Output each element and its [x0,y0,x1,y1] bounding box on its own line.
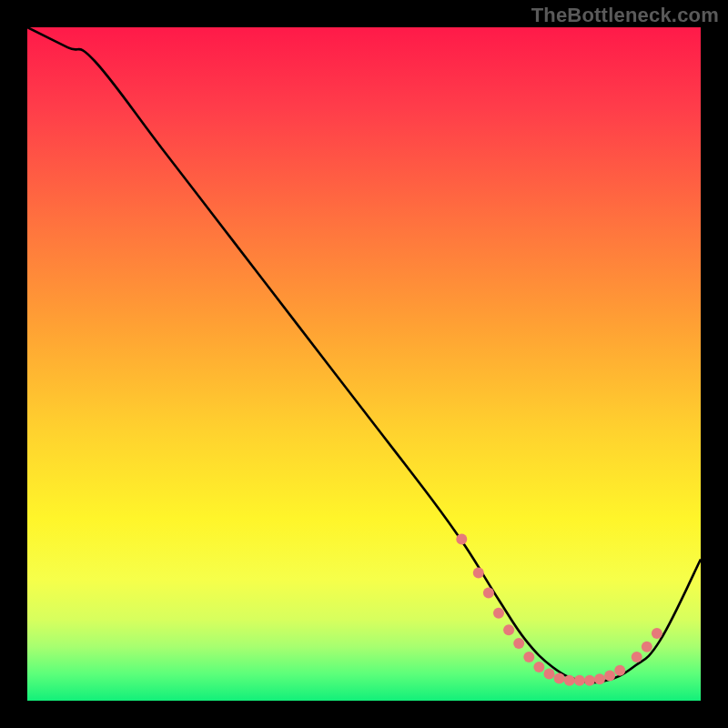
curve-marker [642,642,652,652]
curve-marker [632,652,642,662]
curve-marker [544,668,555,679]
curve-marker [554,673,565,684]
curve-marker [483,588,494,599]
curve-layer [27,27,701,701]
bottleneck-curve [27,27,701,682]
curve-marker [503,624,514,635]
curve-marker [584,675,595,686]
curve-marker [614,665,625,676]
curve-marker [604,671,615,682]
curve-marker [493,608,504,619]
curve-marker [574,675,585,686]
curve-marker [513,638,524,649]
curve-marker [533,662,544,672]
attribution-text: TheBottleneck.com [531,4,719,27]
curve-marker [473,567,484,578]
curve-marker [564,675,575,686]
plot-area [27,27,701,701]
marker-group [456,533,662,685]
curve-marker [456,533,467,544]
curve-marker [594,673,605,684]
curve-marker [652,628,662,639]
chart-stage: TheBottleneck.com [0,0,728,728]
curve-marker [523,652,534,662]
